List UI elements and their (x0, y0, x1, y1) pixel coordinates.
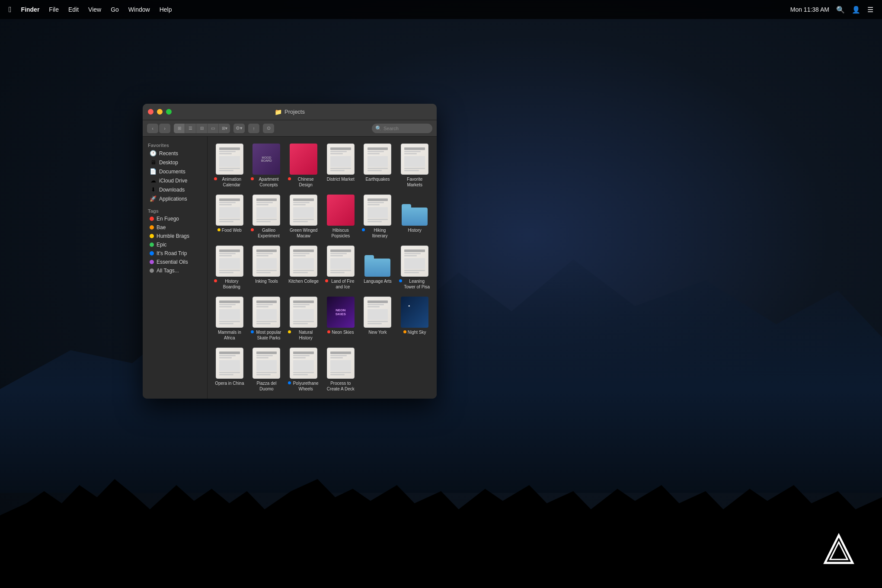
file-item-12[interactable]: History Boarding (212, 243, 247, 292)
sidebar-tag-roadtrip[interactable]: It's Road Trip (144, 249, 205, 258)
file-item-27[interactable]: Process to Create A Deck (323, 345, 358, 394)
file-item-16[interactable]: Language Arts (360, 243, 396, 292)
forward-button[interactable]: › (159, 124, 170, 133)
sidebar-tag-alltags[interactable]: All Tags... (144, 266, 205, 275)
file-name-text-3: District Market (327, 176, 355, 182)
file-thumb-1: MOODBOARD (252, 144, 280, 175)
file-item-13[interactable]: Inking Tools (249, 243, 284, 292)
menu-edit[interactable]: Edit (68, 6, 79, 13)
file-tag-dot-20 (288, 330, 291, 333)
file-name-12: History Boarding (214, 278, 245, 290)
file-thumb-16 (364, 246, 391, 277)
file-item-1[interactable]: MOODBOARDApartment Concepts (249, 141, 284, 190)
menu-finder[interactable]: Finder (21, 6, 40, 13)
file-name-17: Leaning Tower of Pisa (399, 278, 430, 290)
file-item-24[interactable]: Opera in China (212, 345, 247, 394)
file-item-17[interactable]: Leaning Tower of Pisa (397, 243, 432, 292)
menu-file[interactable]: File (49, 6, 59, 13)
file-name-text-14: Kitchen College (288, 278, 319, 284)
sidebar-item-desktop[interactable]: 🖥 Desktop (144, 158, 205, 167)
file-name-7: Galileo Experiment (251, 227, 282, 239)
humblebrags-dot (150, 234, 154, 238)
file-item-20[interactable]: Natural History (286, 294, 321, 343)
alltags-label: All Tags... (157, 268, 179, 274)
menu-go[interactable]: Go (111, 6, 119, 13)
file-name-19: Most popular Skate Parks (251, 329, 282, 341)
file-name-2: Chinese Design (288, 176, 319, 188)
file-thumb-15 (327, 246, 355, 277)
back-button[interactable]: ‹ (147, 124, 158, 133)
file-name-text-22: New York (368, 329, 387, 335)
search-box[interactable]: 🔍 Search (372, 124, 432, 133)
file-item-4[interactable]: Earthquakes (360, 141, 396, 190)
tags-button[interactable]: ⊙ (263, 124, 274, 133)
file-item-22[interactable]: New York (360, 294, 396, 343)
apple-menu[interactable]:  (9, 5, 12, 14)
sidebar-tag-epic[interactable]: Epic (144, 240, 205, 249)
maximize-button[interactable] (166, 109, 172, 115)
file-item-25[interactable]: Piazza del Duomo (249, 345, 284, 394)
file-item-7[interactable]: Galileo Experiment (249, 192, 284, 241)
file-item-19[interactable]: Most popular Skate Parks (249, 294, 284, 343)
sidebar-item-icloud[interactable]: ☁ iCloud Drive (144, 176, 205, 185)
file-item-3[interactable]: District Market (323, 141, 358, 190)
file-item-2[interactable]: Chinese Design (286, 141, 321, 190)
search-icon[interactable]: 🔍 (836, 6, 845, 14)
sidebar-item-downloads[interactable]: ⬇ Downloads (144, 185, 205, 194)
file-item-9[interactable]: Hibiscus Popsicles (323, 192, 358, 241)
column-view-button[interactable]: ⊟ (196, 124, 208, 133)
list-view-button[interactable]: ☰ (185, 124, 196, 133)
sidebar-item-recents[interactable]: 🕐 Recents (144, 149, 205, 158)
file-item-26[interactable]: Polyurethane Wheels (286, 345, 321, 394)
window-title: 📁 Projects (275, 109, 305, 115)
traffic-lights (148, 109, 172, 115)
share-button[interactable]: ↑ (248, 124, 259, 133)
file-item-6[interactable]: Food Web (212, 192, 247, 241)
file-item-10[interactable]: Hiking Itinerary (360, 192, 396, 241)
sidebar-tag-humblebrags[interactable]: Humble Brags (144, 232, 205, 240)
file-item-5[interactable]: Favorite Markets (397, 141, 432, 190)
sidebar-tag-bae[interactable]: Bae (144, 223, 205, 232)
file-item-11[interactable]: History (397, 192, 432, 241)
file-name-10: Hiking Itinerary (362, 227, 393, 239)
file-tag-dot-26 (288, 381, 291, 384)
sidebar-tag-essentialoils[interactable]: Essential Oils (144, 258, 205, 266)
file-item-18[interactable]: Mammals in Africa (212, 294, 247, 343)
file-item-14[interactable]: Kitchen College (286, 243, 321, 292)
file-thumb-2 (290, 144, 317, 175)
menu-extras-icon[interactable]: ☰ (867, 6, 873, 14)
sidebar-tag-enfuego[interactable]: En Fuego (144, 214, 205, 223)
action-button[interactable]: ⚙▾ (233, 124, 245, 133)
sidebar-item-applications[interactable]: 🚀 Applications (144, 194, 205, 203)
user-icon[interactable]: 👤 (852, 6, 860, 14)
roadtrip-label: It's Road Trip (157, 250, 187, 256)
file-item-21[interactable]: NEONSKIESNeon Skies (323, 294, 358, 343)
file-name-24: Opera in China (215, 380, 244, 386)
menu-window[interactable]: Window (128, 6, 150, 13)
file-item-8[interactable]: Green Winged Macaw (286, 192, 321, 241)
recents-icon: 🕐 (150, 150, 157, 157)
icon-view-button[interactable]: ⊞ (174, 124, 185, 133)
file-name-text-16: Language Arts (364, 278, 392, 284)
file-name-text-5: Favorite Markets (399, 176, 430, 188)
file-name-18: Mammals in Africa (214, 329, 245, 341)
file-thumb-13 (252, 246, 280, 277)
file-name-text-2: Chinese Design (292, 176, 319, 188)
file-thumb-14 (290, 246, 317, 277)
essentialoils-dot (150, 260, 154, 264)
grid-options-button[interactable]: ⊞▾ (219, 124, 230, 133)
file-name-text-19: Most popular Skate Parks (255, 329, 282, 341)
file-item-15[interactable]: Land of Fire and Ice (323, 243, 358, 292)
file-name-6: Food Web (217, 227, 242, 233)
minimize-button[interactable] (157, 109, 163, 115)
sidebar-item-documents[interactable]: 📄 Documents (144, 167, 205, 176)
file-item-0[interactable]: Animation Calendar (212, 141, 247, 190)
view-buttons: ⊞ ☰ ⊟ ▭ ⊞▾ (174, 124, 230, 133)
file-thumb-4 (364, 144, 391, 175)
file-item-23[interactable]: Night Sky (397, 294, 432, 343)
menu-view[interactable]: View (88, 6, 101, 13)
menu-help[interactable]: Help (160, 6, 172, 13)
applications-label: Applications (159, 196, 187, 202)
gallery-view-button[interactable]: ▭ (208, 124, 219, 133)
close-button[interactable] (148, 109, 153, 115)
